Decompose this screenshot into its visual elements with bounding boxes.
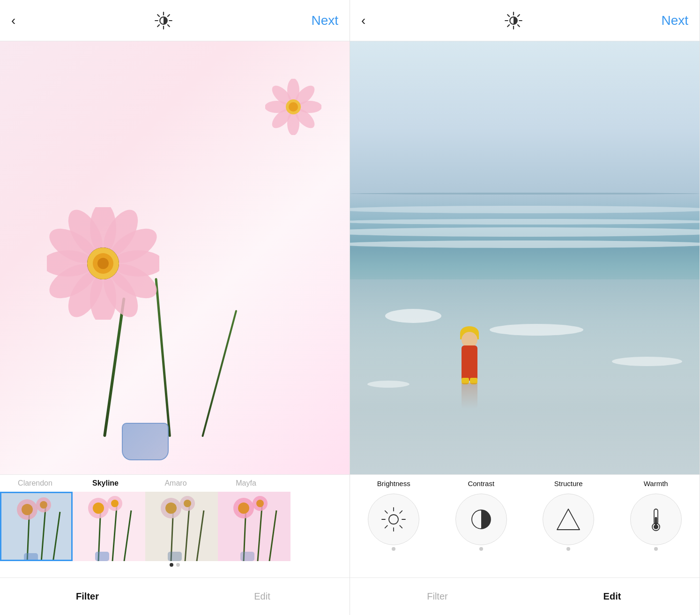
right-back-button[interactable]: ‹ (361, 14, 365, 27)
left-panel: ‹ Next (0, 0, 350, 615)
main-flower (47, 207, 159, 320)
svg-line-6 (168, 24, 170, 26)
svg-line-7 (168, 15, 170, 16)
svg-point-34 (289, 102, 298, 112)
svg-point-24 (97, 258, 109, 269)
svg-point-80 (389, 515, 398, 524)
filter-strip: Clarendon Skyline Amaro Mayfa (0, 474, 350, 578)
flower-svg (47, 207, 159, 320)
left-next-button[interactable]: Next (311, 13, 338, 28)
left-back-button[interactable]: ‹ (11, 14, 15, 27)
brightness-svg (380, 505, 408, 533)
right-tab-edit[interactable]: Edit (525, 591, 700, 602)
horizon-line (350, 193, 700, 195)
svg-line-85 (385, 511, 387, 513)
svg-point-69 (256, 500, 264, 507)
dot-active (170, 563, 173, 567)
svg-point-42 (40, 501, 47, 509)
filter-label-clarendon[interactable]: Clarendon (0, 479, 70, 488)
adjust-label-warmth[interactable]: Warmth (612, 480, 700, 488)
svg-rect-43 (24, 553, 38, 561)
foam-3 (612, 357, 682, 366)
right-panel: ‹ Next (350, 0, 700, 615)
right-bottom-tabs: Filter Edit (350, 578, 700, 615)
left-brightness-icon (154, 11, 173, 30)
filter-dots (0, 561, 350, 569)
adjust-label-brightness[interactable]: Brightness (350, 480, 438, 488)
svg-rect-93 (655, 517, 657, 525)
wave-4 (350, 240, 700, 248)
wave-3 (350, 227, 700, 237)
warmth-dot (654, 547, 658, 551)
contrast-dot (479, 547, 483, 551)
filter-thumb-amaro[interactable] (145, 492, 218, 561)
filter-label-skyline[interactable]: Skyline (70, 479, 141, 488)
adjust-item-brightness[interactable] (350, 494, 438, 551)
structure-circle (543, 494, 594, 545)
adjust-strip: Brightness Contrast Structure Warmth (350, 474, 700, 578)
dot-inactive (176, 563, 180, 567)
svg-line-8 (157, 24, 159, 26)
adjust-label-structure[interactable]: Structure (525, 480, 612, 488)
filter-thumbnails-row (0, 492, 350, 561)
warmth-svg (642, 505, 670, 533)
svg-rect-70 (240, 552, 254, 561)
adjust-item-warmth[interactable] (612, 494, 700, 551)
svg-rect-52 (95, 552, 109, 561)
filter-thumb-clarendon[interactable] (0, 492, 73, 561)
svg-marker-90 (557, 509, 580, 530)
left-image-area (0, 41, 350, 474)
filter-label-mayfa[interactable]: Mayfa (211, 479, 281, 488)
structure-dot (566, 547, 570, 551)
beach-photo (350, 41, 700, 474)
flower-photo (0, 41, 350, 474)
adjust-item-structure[interactable] (525, 494, 612, 551)
adjust-labels-row: Brightness Contrast Structure Warmth (350, 475, 700, 492)
svg-point-40 (22, 504, 33, 515)
child-figure (458, 329, 481, 381)
left-bottom-tabs: Filter Edit (0, 578, 350, 615)
secondary-flower (265, 79, 321, 137)
svg-point-67 (238, 502, 249, 514)
right-tab-filter[interactable]: Filter (350, 591, 525, 602)
warmth-circle (630, 494, 682, 545)
svg-point-94 (654, 525, 658, 529)
wave-2 (350, 219, 700, 225)
right-brightness-icon (504, 11, 523, 30)
adjust-item-contrast[interactable] (438, 494, 525, 551)
svg-point-49 (93, 502, 104, 514)
beach-surface (350, 279, 700, 474)
filter-thumb-skyline[interactable] (73, 492, 145, 561)
child-reflection (462, 383, 477, 409)
structure-svg (554, 505, 582, 533)
svg-line-5 (157, 15, 159, 16)
wave-1 (350, 206, 700, 213)
svg-line-78 (518, 15, 520, 16)
svg-line-77 (518, 24, 520, 26)
svg-line-79 (507, 24, 509, 26)
brightness-circle (368, 494, 419, 545)
stem-3 (201, 310, 237, 437)
child-body (462, 345, 477, 381)
right-next-button[interactable]: Next (661, 13, 688, 28)
contrast-svg (467, 505, 495, 533)
left-tab-filter[interactable]: Filter (0, 591, 175, 602)
right-image-area (350, 41, 700, 474)
filter-thumb-mayfair[interactable] (218, 492, 290, 561)
left-top-bar: ‹ Next (0, 0, 350, 41)
adjust-icons-row (350, 492, 700, 553)
svg-line-88 (385, 525, 387, 528)
svg-point-51 (111, 500, 119, 507)
contrast-circle (455, 494, 507, 545)
svg-line-87 (400, 511, 402, 513)
svg-line-76 (507, 15, 509, 16)
svg-point-60 (184, 500, 191, 507)
brightness-dot (392, 547, 395, 551)
filter-labels-row: Clarendon Skyline Amaro Mayfa (0, 475, 350, 492)
flower-vase (122, 423, 169, 460)
svg-rect-61 (168, 552, 182, 561)
adjust-label-contrast[interactable]: Contrast (438, 480, 525, 488)
filter-label-amaro[interactable]: Amaro (141, 479, 211, 488)
left-tab-edit[interactable]: Edit (175, 591, 350, 602)
svg-line-86 (400, 525, 402, 528)
